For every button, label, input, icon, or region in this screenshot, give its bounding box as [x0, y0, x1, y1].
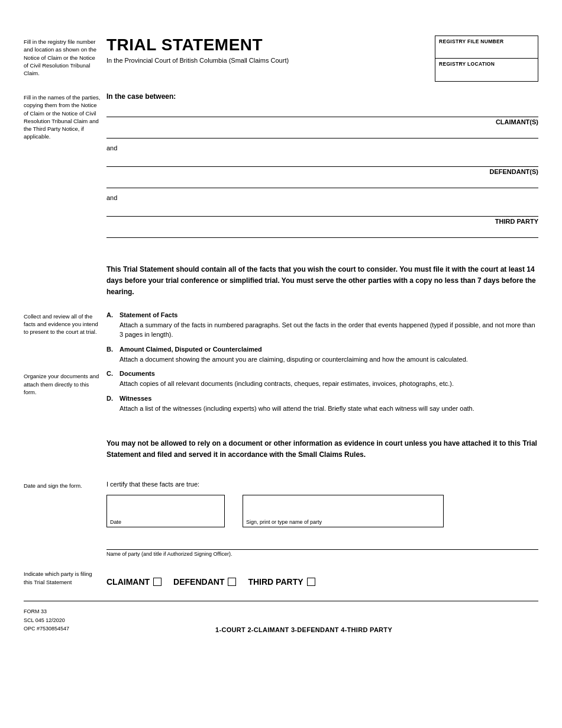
third-party-checkbox-item[interactable]: THIRD PARTY [248, 577, 315, 587]
footer-opc: OPC #7530854547 [24, 624, 69, 633]
certify-label: I certify that these facts are true: [106, 481, 538, 488]
margin-note-facts: Collect and review all of the facts and … [24, 311, 106, 336]
defendant-checkbox[interactable] [228, 578, 236, 586]
section-b-body: Attach a document showing the amount you… [106, 355, 538, 365]
name-line[interactable] [106, 539, 538, 550]
claimant-line-1[interactable] [106, 107, 538, 117]
section-d-letter: D. [106, 395, 119, 402]
registry-file-number-label: REGISTRY FILE NUMBER [439, 38, 534, 44]
footer-copies: 1-COURT 2-CLAIMANT 3-DEFENDANT 4-THIRD P… [69, 626, 538, 633]
and-label-2: and [106, 194, 538, 201]
section-c-letter: C. [106, 370, 119, 377]
defendant-line-1[interactable] [106, 156, 538, 167]
third-party-checkbox[interactable] [307, 578, 315, 586]
margin-note-parties: Fill in the names of the parties, copyin… [24, 92, 106, 244]
third-party-label: THIRD PARTY [106, 218, 538, 225]
claimant-checkbox-item[interactable]: CLAIMANT [106, 577, 162, 587]
section-a-title: Statement of Facts [119, 311, 177, 318]
defendant-checkbox-label: DEFENDANT [173, 577, 224, 587]
case-between-label: In the case between: [106, 92, 538, 101]
section-c: C. Documents Attach copies of all releva… [106, 370, 538, 389]
bold-notice: This Trial Statement should contain all … [106, 264, 538, 298]
date-box[interactable]: Date [106, 495, 225, 527]
margin-note-claimant: Indicate which party is filing this Tria… [24, 569, 106, 587]
third-party-line-1[interactable] [106, 206, 538, 217]
third-party-line-2[interactable] [106, 227, 538, 238]
section-a-body: Attach a summary of the facts in numbere… [106, 320, 538, 340]
section-d-body: Attach a list of the witnesses (includin… [106, 404, 538, 414]
claimant-checkbox-label: CLAIMANT [106, 577, 150, 587]
name-line-label: Name of party (and title if Authorized S… [106, 551, 538, 557]
section-a-letter: A. [106, 311, 119, 318]
margin-note-header: Fill in the registry file number and loc… [24, 36, 106, 77]
claimant-line-2[interactable] [106, 128, 538, 138]
registry-location-label: REGISTRY LOCATION [439, 61, 534, 67]
section-d: D. Witnesses Attach a list of the witnes… [106, 395, 538, 414]
sign-field-label: Sign, print or type name of party [246, 519, 322, 525]
footer-info: FORM 33 SCL 045 12/2020 OPC #7530854547 [24, 607, 69, 633]
section-b-letter: B. [106, 346, 119, 353]
footer-form: FORM 33 [24, 607, 69, 616]
and-label-1: and [106, 144, 538, 152]
bottom-warning: You may not be allowed to rely on a docu… [106, 438, 538, 460]
section-b: B. Amount Claimed, Disputed or Countercl… [106, 346, 538, 365]
page-title: TRIAL STATEMENT [106, 36, 289, 54]
section-a: A. Statement of Facts Attach a summary o… [106, 311, 538, 340]
third-party-checkbox-label: THIRD PARTY [248, 577, 303, 587]
sign-name-box[interactable]: Sign, print or type name of party [243, 495, 444, 527]
claimant-label: CLAIMANT(S) [106, 118, 538, 125]
section-c-body: Attach copies of all relevant documents … [106, 379, 538, 389]
defendant-checkbox-item[interactable]: DEFENDANT [173, 577, 236, 587]
date-field-label: Date [110, 519, 121, 525]
footer-scl: SCL 045 12/2020 [24, 616, 69, 624]
section-d-title: Witnesses [119, 395, 151, 402]
section-c-title: Documents [119, 370, 155, 377]
claimant-checkbox[interactable] [153, 578, 162, 586]
section-b-title: Amount Claimed, Disputed or Counterclaim… [119, 346, 262, 353]
registry-box: REGISTRY FILE NUMBER REGISTRY LOCATION [435, 36, 538, 82]
page-subtitle: In the Provincial Court of British Colum… [106, 57, 289, 64]
defendant-line-2[interactable] [106, 178, 538, 188]
margin-note-documents: Organize your documents and attach them … [24, 371, 106, 396]
defendant-label: DEFENDANT(S) [106, 168, 538, 175]
margin-note-sign: Date and sign the form. [24, 481, 106, 559]
